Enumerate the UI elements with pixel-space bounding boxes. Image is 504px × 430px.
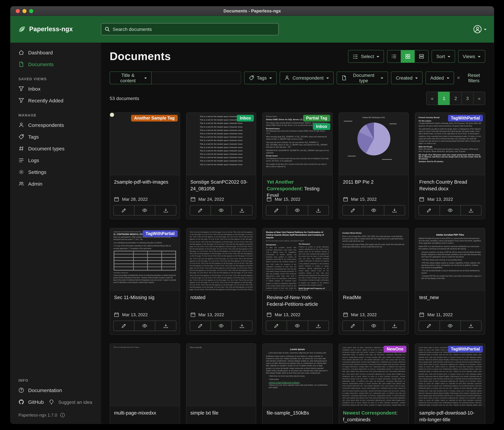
document-title[interactable]: file-sample_150kBs: [267, 410, 328, 416]
edit-button[interactable]: [113, 321, 135, 331]
search-input[interactable]: [113, 27, 275, 32]
pagination-page-button[interactable]: 2: [450, 92, 462, 105]
document-card[interactable]: Lorem ipsumLorem ipsum dolor sit amet, c…: [262, 343, 333, 424]
document-tag[interactable]: Another Sample Tag: [131, 115, 178, 122]
document-title[interactable]: multi-page-mixedxx: [114, 410, 176, 416]
view-button[interactable]: [287, 205, 308, 215]
info-circle-icon[interactable]: [60, 412, 65, 418]
download-button[interactable]: [155, 205, 176, 215]
zoom-window-button[interactable]: [29, 9, 33, 13]
document-title[interactable]: Review-of-New-York-Federal-Petitions-art…: [267, 294, 328, 308]
edit-button[interactable]: [190, 321, 211, 331]
sidebar-item-suggest-idea[interactable]: Suggest an idea: [46, 396, 94, 408]
document-card[interactable]: French Country BreadFor the Leaven:1 hea…: [415, 112, 485, 219]
pagination-next-button[interactable]: »: [473, 92, 485, 105]
document-thumbnail[interactable]: Application for Medical Staff Membership…: [110, 228, 180, 291]
sidebar-item-correspondents[interactable]: Correspondents: [10, 119, 101, 131]
brand[interactable]: Paperless-ngx: [18, 25, 101, 33]
tags-filter-button[interactable]: Tags: [244, 72, 277, 84]
view-button[interactable]: [211, 205, 232, 215]
document-type-filter-button[interactable]: Document type: [337, 72, 388, 84]
document-card[interactable]: This is a test file. simple txt file: [186, 343, 256, 424]
document-card[interactable]: Another Sample Tag 2sample-pdf-with-imag…: [110, 112, 180, 219]
document-card[interactable]: Contact Sheet DemoGiven a set of image f…: [339, 228, 409, 335]
document-thumbnail[interactable]: Review of New York Federal Petitions for…: [262, 228, 332, 291]
reset-filters-button[interactable]: × Reset filters: [457, 73, 485, 83]
view-button[interactable]: [134, 321, 155, 331]
views-button[interactable]: Views: [458, 50, 485, 63]
document-title[interactable]: Yet Another Correspondent: Testing Email: [267, 178, 328, 197]
sidebar-item-document-types[interactable]: Document types: [10, 143, 101, 154]
edit-button[interactable]: [266, 205, 287, 215]
document-thumbnail[interactable]: French Country BreadFor the Leaven:1 hea…: [415, 113, 485, 175]
document-tag[interactable]: TagWithPartial: [448, 115, 483, 122]
document-title[interactable]: Newest Correspondent: f_combineds: [343, 410, 405, 423]
document-card[interactable]: Lorem ipsum dolor sit amet, consectetur …: [339, 343, 409, 424]
document-card[interactable]: Release NotesSimba ODBC Driver for SQL S…: [262, 112, 333, 219]
sidebar-item-logs[interactable]: Logs: [10, 154, 101, 166]
view-button[interactable]: [287, 321, 308, 331]
title-content-dropdown[interactable]: Title & content: [110, 72, 152, 84]
download-button[interactable]: [231, 205, 252, 215]
edit-button[interactable]: [266, 321, 287, 331]
view-button[interactable]: [211, 321, 232, 331]
document-tag[interactable]: TagWithPartial: [448, 346, 483, 353]
view-details-button[interactable]: [414, 50, 429, 63]
global-search[interactable]: [101, 23, 279, 35]
view-button[interactable]: [363, 321, 384, 331]
document-thumbnail[interactable]: This is the text that appears on the fir…: [186, 228, 256, 291]
document-thumbnail[interactable]: Patient BP Distribution 2011: [339, 113, 409, 175]
sidebar-item-admin[interactable]: Admin: [10, 178, 101, 190]
view-button[interactable]: [134, 205, 155, 215]
view-button[interactable]: [440, 205, 460, 215]
sidebar-item-tags[interactable]: Tags: [10, 131, 101, 143]
document-title[interactable]: rotated: [190, 294, 252, 301]
edit-button[interactable]: [113, 205, 135, 215]
pagination-page-button[interactable]: 3: [461, 92, 474, 105]
edit-button[interactable]: [419, 205, 440, 215]
download-button[interactable]: [308, 321, 329, 331]
document-thumbnail[interactable]: Lorem ipsum dolor sit amet, consectetur …: [415, 344, 485, 406]
document-thumbnail[interactable]: This is a test file.: [186, 344, 256, 406]
document-correspondent[interactable]: Yet Another Correspondent: [267, 179, 301, 191]
account-menu[interactable]: [473, 25, 486, 34]
document-tag[interactable]: Partial Tag: [303, 115, 330, 122]
sidebar-item-settings[interactable]: Settings: [10, 166, 101, 178]
download-button[interactable]: [231, 321, 252, 331]
document-tag[interactable]: Inbox: [313, 123, 330, 130]
document-card[interactable]: Lorem ipsum dolor sit amet, consectetur …: [415, 343, 485, 424]
sidebar-item-documents[interactable]: Documents: [10, 58, 101, 70]
document-thumbnail[interactable]: This is a test for the double space char…: [186, 113, 256, 175]
document-card[interactable]: Review of New York Federal Petitions for…: [262, 228, 333, 335]
download-button[interactable]: [308, 205, 329, 215]
document-card[interactable]: Application for Medical Staff Membership…: [110, 228, 180, 335]
edit-button[interactable]: [190, 205, 211, 215]
minimize-window-button[interactable]: [22, 9, 27, 13]
document-thumbnail[interactable]: Release NotesSimba ODBC Driver for SQL S…: [262, 113, 332, 175]
sidebar-item-recently-added[interactable]: Recently Added: [10, 95, 101, 106]
document-tag[interactable]: NewOne: [384, 346, 407, 353]
sidebar-item-dashboard[interactable]: Dashboard: [10, 47, 101, 58]
download-button[interactable]: [460, 321, 482, 331]
document-title[interactable]: sample-pdf-download-10-mb-longer-title: [419, 410, 481, 423]
document-thumbnail[interactable]: Contact Sheet DemoGiven a set of image f…: [339, 228, 409, 291]
download-button[interactable]: [460, 205, 482, 215]
document-title[interactable]: Sonstige ScanPC2022 03-24_081058: [190, 178, 252, 192]
sidebar-item-inbox[interactable]: Inbox: [10, 83, 101, 95]
sidebar-item-github[interactable]: GitHub: [10, 396, 46, 408]
document-thumbnail[interactable]: Adobe Acrobat PDF FilesAdobe® Portable D…: [415, 228, 485, 291]
document-thumbnail[interactable]: Lorem ipsumLorem ipsum dolor sit amet, c…: [262, 344, 332, 406]
pagination-page-button[interactable]: 1: [438, 92, 450, 105]
document-title[interactable]: Sec 11-Missing sig: [114, 294, 176, 301]
document-title[interactable]: 2011 BP Pie 2: [343, 178, 405, 185]
download-button[interactable]: [384, 321, 405, 331]
document-correspondent[interactable]: Newest Correspondent: [343, 410, 396, 416]
close-window-button[interactable]: [16, 9, 20, 13]
document-thumbnail[interactable]: Another Sample Tag: [110, 113, 180, 175]
edit-button[interactable]: [342, 321, 363, 331]
document-thumbnail[interactable]: Lorem ipsum dolor sit amet, consectetur …: [339, 344, 409, 406]
document-card[interactable]: Adobe Acrobat PDF FilesAdobe® Portable D…: [415, 228, 485, 335]
document-title[interactable]: 2sample-pdf-with-images: [114, 178, 176, 185]
edit-button[interactable]: [419, 321, 440, 331]
correspondent-filter-button[interactable]: Correspondent: [280, 72, 334, 84]
